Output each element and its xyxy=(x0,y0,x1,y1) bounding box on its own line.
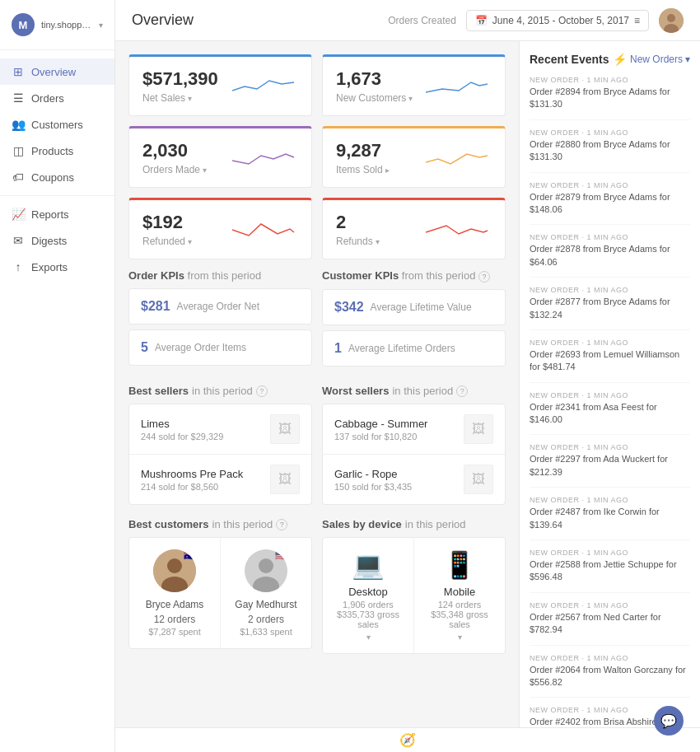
date-menu-icon: ≡ xyxy=(634,15,640,26)
customer-kpi-header: Customer KPIs from this period ? xyxy=(322,269,506,283)
metrics-row-1: $571,390 Net Sales ▾ 1,673 New Customers… xyxy=(128,54,506,116)
mobile-name: Mobile xyxy=(426,586,493,598)
new-customers-chart xyxy=(426,74,492,99)
events-header: Recent Events ⚡ New Orders ▾ xyxy=(530,53,690,66)
overview-icon: ⊞ xyxy=(12,65,25,78)
events-title: Recent Events ⚡ xyxy=(530,53,627,66)
events-filter-dropdown[interactable]: New Orders ▾ xyxy=(630,54,690,65)
customer-gay-flag: 🇺🇸 xyxy=(275,549,287,561)
products-icon: ◫ xyxy=(12,144,25,157)
customer-bryce-flag: 🇦🇺 xyxy=(184,549,196,561)
seller-garlic-img: 🖼 xyxy=(464,465,493,494)
events-list: NEW ORDER · 1 MIN AGO Order #2894 from B… xyxy=(530,76,690,727)
event-label: NEW ORDER · 1 MIN AGO xyxy=(530,391,690,399)
events-bolt-icon: ⚡ xyxy=(613,53,627,66)
seller-limes-name: Limes xyxy=(141,418,223,430)
chat-icon[interactable]: 💬 xyxy=(654,706,684,736)
orders-made-chart xyxy=(232,146,298,170)
event-text: Order #2880 from Bryce Adams for $131.30 xyxy=(530,138,690,164)
store-chevron-icon: ▾ xyxy=(99,21,103,30)
seller-limes-info: Limes 244 sold for $29,329 xyxy=(141,418,223,441)
sidebar-item-overview[interactable]: ⊞ Overview xyxy=(0,58,114,85)
metrics-row-2: 2,030 Orders Made ▾ 9,287 Items Sold ▸ xyxy=(128,126,506,188)
header: Overview Orders Created 📅 June 4, 2015 -… xyxy=(115,0,700,41)
worst-sellers-info-icon[interactable]: ? xyxy=(456,385,468,397)
seller-cabbage-img: 🖼 xyxy=(464,414,493,444)
event-label: NEW ORDER · 1 MIN AGO xyxy=(530,339,690,347)
event-label: NEW ORDER · 1 MIN AGO xyxy=(530,654,690,662)
sidebar-logo[interactable]: M tiny.shoppu.s... ▾ xyxy=(0,0,114,50)
event-2297: NEW ORDER · 1 MIN AGO Order #2297 from A… xyxy=(530,443,690,488)
desktop-sales: $335,733 gross sales xyxy=(334,610,402,629)
customer-bryce-orders: 12 orders xyxy=(141,614,208,625)
event-text: Order #2487 from Ike Corwin for $139.64 xyxy=(530,506,690,531)
event-text: Order #2878 from Bryce Adams for $64.06 xyxy=(530,243,690,269)
store-name: tiny.shoppu.s... xyxy=(41,20,92,30)
event-2567: NEW ORDER · 1 MIN AGO Order #2567 from N… xyxy=(530,601,690,646)
seller-mushrooms-info: Mushrooms Pre Pack 214 sold for $8,560 xyxy=(141,468,243,492)
new-customers-label: New Customers ▾ xyxy=(336,92,413,104)
best-seller-item-limes: Limes 244 sold for $29,329 🖼 xyxy=(129,404,311,455)
event-label: NEW ORDER · 1 MIN AGO xyxy=(530,128,690,137)
worst-sellers-header: Worst sellers in this period ? xyxy=(322,385,506,397)
sales-by-device-section: Sales by device in this period 💻 Desktop… xyxy=(322,518,506,654)
header-right: Orders Created 📅 June 4, 2015 - October … xyxy=(388,8,684,33)
event-label: NEW ORDER · 1 MIN AGO xyxy=(530,601,690,610)
recent-events-panel: Recent Events ⚡ New Orders ▾ NEW ORDER ·… xyxy=(519,41,700,727)
best-customers-info-icon[interactable]: ? xyxy=(276,519,287,530)
sidebar-item-reports[interactable]: 📈 Reports xyxy=(0,201,114,227)
event-text: Order #2588 from Jettie Schuppe for $596… xyxy=(530,558,690,584)
customer-bryce: 🇦🇺 Bryce Adams 12 orders $7,287 spent xyxy=(129,538,221,648)
customers-icon: 👥 xyxy=(12,118,25,131)
svg-point-4 xyxy=(167,558,182,573)
date-range-text: June 4, 2015 - October 5, 2017 xyxy=(492,15,629,26)
date-range-picker[interactable]: 📅 June 4, 2015 - October 5, 2017 ≡ xyxy=(466,10,649,31)
avg-order-net-label: Average Order Net xyxy=(177,301,260,312)
order-kpi-col: Order KPIs from this period $281 Average… xyxy=(128,269,312,371)
worst-sellers-col: Worst sellers in this period ? Cabbage -… xyxy=(322,385,506,505)
event-2341: NEW ORDER · 1 MIN AGO Order #2341 from A… xyxy=(530,391,690,436)
event-2487: NEW ORDER · 1 MIN AGO Order #2487 from I… xyxy=(530,496,690,540)
sidebar-item-products[interactable]: ◫ Products xyxy=(0,138,114,164)
avg-order-items-value: 5 xyxy=(141,340,148,355)
desktop-icon: 💻 xyxy=(334,549,402,581)
new-customers-value: 1,673 xyxy=(336,68,413,90)
customer-bryce-spent: $7,287 spent xyxy=(141,627,208,637)
customer-gay-name: Gay Medhurst xyxy=(232,599,300,610)
seller-cabbage-sub: 137 sold for $10,820 xyxy=(334,432,427,441)
desktop-orders: 1,906 orders xyxy=(334,600,402,610)
sidebar-item-label: Digests xyxy=(31,235,67,247)
best-customers-section: Best customers in this period ? xyxy=(128,518,312,654)
best-sellers-info-icon[interactable]: ? xyxy=(256,385,268,397)
net-sales-label: Net Sales ▾ xyxy=(142,92,218,104)
sidebar-item-exports[interactable]: ↑ Exports xyxy=(0,254,114,280)
desktop-arrow: ▾ xyxy=(334,633,402,642)
seller-garlic-info: Garlic - Rope 150 sold for $3,435 xyxy=(334,468,412,492)
worst-seller-item-garlic: Garlic - Rope 150 sold for $3,435 🖼 xyxy=(323,455,505,504)
avg-lifetime-value-value: $342 xyxy=(334,300,364,315)
metric-new-customers: 1,673 New Customers ▾ xyxy=(322,54,506,116)
sidebar-item-coupons[interactable]: 🏷 Coupons xyxy=(0,164,114,190)
event-2880: NEW ORDER · 1 MIN AGO Order #2880 from B… xyxy=(530,128,690,173)
orders-created-label: Orders Created xyxy=(388,15,456,26)
sidebar-item-customers[interactable]: 👥 Customers xyxy=(0,111,114,138)
svg-point-7 xyxy=(259,558,273,573)
sidebar-item-digests[interactable]: ✉ Digests xyxy=(0,227,114,254)
best-sellers-grid: Limes 244 sold for $29,329 🖼 Mushrooms P… xyxy=(128,404,312,505)
items-sold-value: 9,287 xyxy=(336,140,390,161)
net-sales-value: $571,390 xyxy=(142,68,218,90)
user-avatar[interactable] xyxy=(659,8,684,33)
seller-garlic-name: Garlic - Rope xyxy=(334,468,412,480)
event-text: Order #2297 from Ada Wuckert for $212.39 xyxy=(530,453,690,479)
sidebar-item-orders[interactable]: ☰ Orders xyxy=(0,85,114,111)
avg-order-items-label: Average Order Items xyxy=(155,342,246,353)
reports-icon: 📈 xyxy=(12,208,25,221)
customer-kpi-info-icon[interactable]: ? xyxy=(478,271,490,283)
device-mobile: 📱 Mobile 124 orders $35,348 gross sales … xyxy=(414,538,505,653)
refunded-label: Refunded ▾ xyxy=(142,236,192,247)
compass-icon: 🧭 xyxy=(399,732,416,748)
events-filter-chevron: ▾ xyxy=(685,54,690,65)
event-label: NEW ORDER · 1 MIN AGO xyxy=(530,181,690,189)
event-label: NEW ORDER · 1 MIN AGO xyxy=(530,549,690,557)
desktop-name: Desktop xyxy=(334,586,402,598)
